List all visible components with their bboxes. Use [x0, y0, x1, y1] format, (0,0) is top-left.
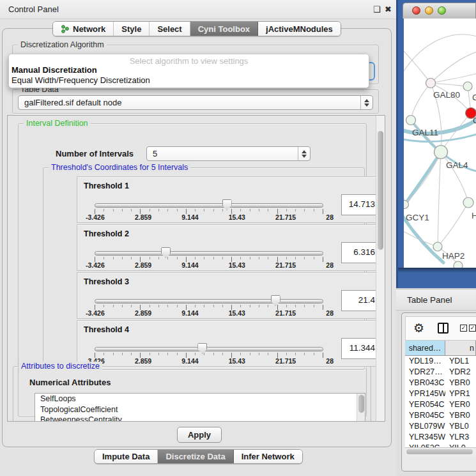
num-intervals-combobox[interactable]: 5: [146, 146, 311, 161]
slider-track[interactable]: [95, 203, 323, 208]
tab-discretize-data[interactable]: Discretize Data: [158, 450, 233, 463]
apply-button[interactable]: Apply: [177, 427, 222, 443]
slider-tick-labels: -3.4262.8599.14415.4321.71528: [86, 213, 334, 221]
column-header-name[interactable]: n: [445, 341, 476, 355]
close-traffic-light[interactable]: [412, 6, 420, 15]
tick-label: 15.43: [229, 309, 245, 317]
zoom-traffic-light[interactable]: [438, 6, 446, 15]
checkbox-icon[interactable]: ✓: [469, 325, 476, 332]
cell: YLR3: [445, 432, 476, 443]
table-data-combobox[interactable]: galFiltered.sif default node: [18, 95, 373, 110]
table-panel-titlebar: Table Panel: [396, 289, 476, 311]
tab-label: Style: [121, 24, 141, 34]
tab-jactivemnodules[interactable]: jActiveMNodules: [258, 22, 341, 36]
threshold-slider[interactable]: -3.4262.8599.14415.4321.71528: [95, 273, 323, 319]
scrollbar-thumb[interactable]: [358, 395, 364, 413]
node-partial-bottom[interactable]: [454, 261, 463, 268]
table-row[interactable]: YPR145WYPR1: [405, 388, 476, 399]
list-scrollbar[interactable]: [357, 394, 365, 422]
table-row[interactable]: YDL19…YDL1: [405, 356, 476, 367]
list-item[interactable]: BetweennessCentrality: [35, 415, 365, 422]
slider-track[interactable]: [95, 251, 323, 256]
threshold-slider[interactable]: -3.4262.8599.14415.4321.71528: [95, 225, 323, 272]
tick-label: 15.43: [229, 261, 245, 269]
tab-label: Network: [73, 24, 105, 34]
slider-tick-labels: -3.4262.8599.14415.4321.71528: [86, 261, 334, 269]
scrollbar-thumb[interactable]: [378, 131, 383, 250]
slider-track[interactable]: [95, 299, 323, 303]
tick-label: 9.144: [181, 261, 198, 269]
close-icon[interactable]: ✖: [385, 4, 392, 14]
stepper-icon: [298, 147, 310, 160]
tab-impute-data[interactable]: Impute Data: [95, 450, 158, 463]
num-intervals-label: Number of Intervals: [56, 149, 134, 158]
tick-label: 2.859: [135, 213, 151, 221]
tab-select[interactable]: Select: [150, 22, 190, 36]
cell: YIL052C: [405, 443, 445, 447]
table-row[interactable]: YBR043CYBR0: [405, 378, 476, 388]
table-row[interactable]: YLR345WYLR3: [405, 432, 476, 443]
node-gal80[interactable]: [426, 79, 436, 88]
section-title: Interval Definition: [24, 119, 91, 128]
tab-label: jActiveMNodules: [266, 24, 333, 34]
settings-viewport: Interval Definition Number of Intervals …: [7, 115, 385, 422]
num-intervals-value: 5: [147, 149, 298, 158]
tick-label: 9.144: [181, 213, 198, 221]
tab-style[interactable]: Style: [114, 22, 150, 36]
tab-network[interactable]: Network: [53, 22, 114, 36]
node-gal11[interactable]: [406, 116, 416, 125]
table-row[interactable]: YER054CYER0: [405, 399, 476, 410]
cell: YDL19…: [405, 356, 445, 367]
column-header-shared[interactable]: shared…: [405, 341, 445, 355]
threshold-value-field[interactable]: 11.344: [341, 338, 380, 359]
table-horizontal-scrollbar[interactable]: [405, 447, 476, 456]
float-window-icon[interactable]: ❑: [373, 4, 381, 14]
threshold-slider[interactable]: -3.4262.8599.14415.4321.71528: [95, 321, 323, 367]
tab-label: Cyni Toolbox: [198, 24, 250, 34]
cell: YBR0: [445, 410, 476, 421]
node-hap2[interactable]: [433, 242, 442, 251]
threshold-panel: Threshold 3 -3.4262.8599.14415.4321.7152…: [77, 272, 385, 319]
slider-track[interactable]: [95, 347, 323, 351]
table-row[interactable]: YIL052CYIL0: [405, 443, 476, 447]
table-data-value: galFiltered.sif default node: [19, 98, 360, 107]
threshold-value-field[interactable]: 6.316: [341, 242, 380, 263]
numerical-attributes-list[interactable]: SelfLoops TopologicalCoefficient Between…: [35, 393, 365, 422]
cell: YBL0: [445, 421, 476, 432]
threshold-slider[interactable]: -3.4262.8599.14415.4321.71528: [95, 177, 323, 224]
cell: YBR045C: [405, 410, 445, 421]
gear-icon[interactable]: ⚙: [413, 321, 424, 335]
list-item[interactable]: TopologicalCoefficient: [35, 404, 365, 415]
threshold-value-field[interactable]: 14.713: [341, 194, 380, 215]
node-partial-right-top[interactable]: [463, 82, 472, 91]
tab-infer-network[interactable]: Infer Network: [234, 450, 302, 463]
minimize-traffic-light[interactable]: [425, 6, 433, 15]
node-gcy1[interactable]: [404, 201, 409, 209]
dropdown-item-equal-width-frequency[interactable]: Equal Width/Frequency Discretization: [9, 75, 369, 86]
table-row[interactable]: YDR27…YDR2: [405, 367, 476, 378]
checkbox-icon[interactable]: ✓: [460, 325, 467, 332]
list-item[interactable]: SelfLoops: [35, 394, 365, 404]
split-columns-icon[interactable]: [438, 323, 449, 334]
tab-label: Discretize Data: [165, 452, 225, 461]
tab-cyni-toolbox[interactable]: Cyni Toolbox: [190, 22, 258, 36]
viewport-scrollbar[interactable]: [376, 116, 385, 422]
node-label: G: [472, 93, 476, 102]
threshold-panel: Threshold 2 -3.4262.8599.14415.4321.7152…: [77, 224, 385, 271]
threshold-value-field[interactable]: 21.4: [341, 290, 380, 311]
network-canvas[interactable]: GAL80 G C GAL11 GAL4 GCY1 H HAP2: [404, 19, 476, 268]
dropdown-item-manual-discretization[interactable]: Manual Discretization: [9, 65, 369, 75]
network-graph: GAL80 G C GAL11 GAL4 GCY1 H HAP2: [404, 19, 476, 268]
table-row[interactable]: YBL079WYBL0: [405, 421, 476, 432]
scrollbar-thumb[interactable]: [406, 449, 473, 454]
cell: YBR0: [445, 378, 476, 388]
node-gal4[interactable]: [434, 146, 448, 159]
table-row[interactable]: YBR045CYBR0: [405, 410, 476, 421]
node-partial-right-low[interactable]: [463, 197, 473, 208]
node-label: GAL11: [412, 128, 438, 137]
slider-tick-labels: -3.4262.8599.14415.4321.71528: [86, 357, 334, 365]
node-table: shared… n YDL19…YDL1 YDR27…YDR2 YBR043CY…: [405, 341, 476, 447]
panel-title: Control Panel: [8, 4, 59, 14]
stepper-icon: [360, 96, 372, 109]
tab-label: Infer Network: [242, 452, 295, 461]
